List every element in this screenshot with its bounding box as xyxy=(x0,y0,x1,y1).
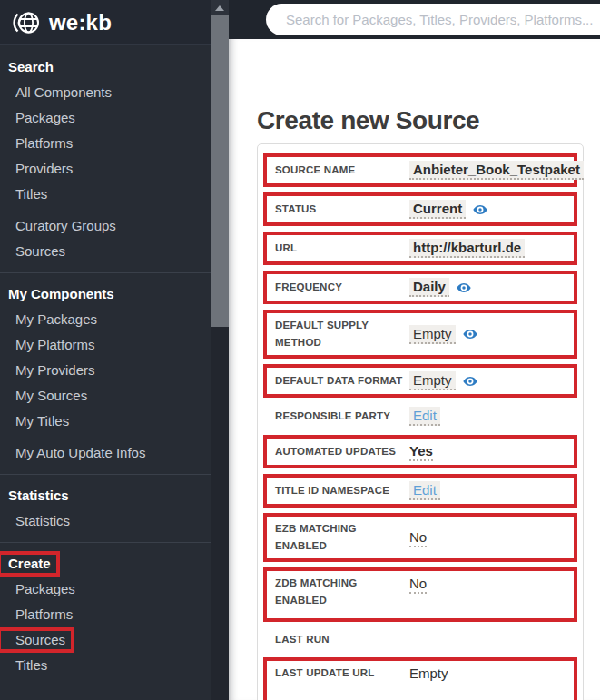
field-value-ezb-matching-enabled[interactable]: No xyxy=(409,528,427,547)
brand-logo-text: we:kb xyxy=(49,10,112,35)
sidebar-item-curatory-groups[interactable]: Curatory Groups xyxy=(0,213,211,239)
field-label: SOURCE NAME xyxy=(275,162,409,179)
annotation-box: Create xyxy=(0,554,57,574)
logo-row[interactable]: we:kb xyxy=(0,0,211,45)
search-input[interactable] xyxy=(284,11,600,28)
field-label: FREQUENCY xyxy=(275,279,409,296)
field-value-automated-updates[interactable]: Yes xyxy=(409,442,433,461)
field-value-frequency[interactable]: Daily xyxy=(409,278,449,297)
field-value: Yes xyxy=(409,442,566,461)
sidebar-item-statistics[interactable]: Statistics xyxy=(0,508,211,534)
form-row-frequency: FREQUENCYDaily xyxy=(263,271,577,304)
globe-logo-icon xyxy=(10,7,41,38)
sidebar-item-my-platforms[interactable]: My Platforms xyxy=(0,332,211,358)
form-row-default-supply-method: DEFAULT SUPPLY METHODEmpty xyxy=(263,310,577,359)
sidebar-item-providers[interactable]: Providers xyxy=(0,156,211,182)
chevron-up-icon xyxy=(215,5,224,11)
field-label: DEFAULT DATA FORMAT xyxy=(275,372,409,389)
form-row-title-id-namespace: TITLE ID NAMESPACEEdit xyxy=(263,474,577,508)
field-value-default-data-format[interactable]: Empty xyxy=(409,371,456,390)
form-row-ezb-matching-enabled: EZB MATCHING ENABLEDNo xyxy=(263,513,577,562)
sidebar-item-platforms[interactable]: Platforms xyxy=(0,602,211,627)
eye-icon[interactable] xyxy=(463,374,477,389)
sidebar-divider xyxy=(0,474,211,475)
field-value: Edit xyxy=(409,407,566,426)
sidebar-item-my-packages[interactable]: My Packages xyxy=(0,307,211,332)
field-label: RESPONSIBLE PARTY xyxy=(275,408,409,425)
app-window: we:kb SearchAll ComponentsPackagesPlatfo… xyxy=(0,0,600,700)
field-value-status[interactable]: Current xyxy=(409,200,466,219)
field-value-title-id-namespace[interactable]: Edit xyxy=(409,481,440,500)
sidebar-scrollbar[interactable] xyxy=(211,0,229,700)
sidebar-section-header-statistics: Statistics xyxy=(0,483,211,508)
field-label: LAST RUN xyxy=(275,631,409,648)
field-value-responsible-party[interactable]: Edit xyxy=(409,407,440,426)
sidebar: we:kb SearchAll ComponentsPackagesPlatfo… xyxy=(0,0,211,700)
field-value-url[interactable]: http://kbarturl.de xyxy=(409,239,525,258)
sidebar-section-header-create: Create xyxy=(0,551,211,577)
scrollbar-thumb[interactable] xyxy=(211,15,229,327)
field-value: Daily xyxy=(409,278,566,297)
sidebar-item-titles[interactable]: Titles xyxy=(0,653,211,678)
sidebar-section-header-search: Search xyxy=(0,54,211,80)
form-row-automated-updates: AUTOMATED UPDATESYes xyxy=(263,435,577,468)
field-value: http://kbarturl.de xyxy=(409,239,566,258)
form-row-last-run: LAST RUN xyxy=(263,627,577,652)
form-row-default-data-format: DEFAULT DATA FORMATEmpty xyxy=(263,364,577,398)
form-row-source-name: SOURCE NAMEAnbieter_Book_Testpaket xyxy=(263,153,577,187)
field-value: No xyxy=(409,575,566,594)
create-source-form-panel: SOURCE NAMEAnbieter_Book_TestpaketSTATUS… xyxy=(257,143,584,700)
sidebar-item-my-auto-update-infos[interactable]: My Auto Update Infos xyxy=(0,440,211,466)
sidebar-item-packages[interactable]: Packages xyxy=(0,577,211,602)
sidebar-item-packages[interactable]: Packages xyxy=(0,105,211,131)
annotation-box: Sources xyxy=(0,630,72,650)
sidebar-item-platforms[interactable]: Platforms xyxy=(0,131,211,156)
page-title: Create new Source xyxy=(257,106,479,135)
field-value: Anbieter_Book_Testpaket xyxy=(409,161,584,180)
field-value: Edit xyxy=(409,481,566,500)
eye-icon[interactable] xyxy=(457,281,471,295)
sidebar-nav: SearchAll ComponentsPackagesPlatformsPro… xyxy=(0,45,211,678)
field-label: LAST UPDATE URL xyxy=(275,665,409,682)
field-value-default-supply-method[interactable]: Empty xyxy=(409,325,456,344)
field-value-last-update-url: Empty xyxy=(409,665,448,682)
sidebar-item-sources[interactable]: Sources xyxy=(0,239,211,264)
field-label: TITLE ID NAMESPACE xyxy=(275,482,409,499)
field-label: URL xyxy=(275,240,409,257)
form-row-status: STATUSCurrent xyxy=(263,192,577,226)
sidebar-item-my-sources[interactable]: My Sources xyxy=(0,383,211,409)
sidebar-item-titles[interactable]: Titles xyxy=(0,182,211,207)
field-label: ZDB MATCHING ENABLED xyxy=(275,575,409,609)
sidebar-item-all-components[interactable]: All Components xyxy=(0,80,211,105)
field-value: Empty xyxy=(409,665,566,682)
field-value: No xyxy=(409,528,566,547)
sidebar-item-my-providers[interactable]: My Providers xyxy=(0,358,211,383)
field-value: Empty xyxy=(409,371,566,390)
field-value: Empty xyxy=(409,325,566,344)
field-value-source-name[interactable]: Anbieter_Book_Testpaket xyxy=(409,161,584,180)
field-label: EZB MATCHING ENABLED xyxy=(275,520,409,555)
form-row-url: URLhttp://kbarturl.de xyxy=(263,232,577,265)
eye-icon[interactable] xyxy=(473,202,487,217)
form-row-zdb-matching-enabled: ZDB MATCHING ENABLEDNo xyxy=(263,567,577,622)
form-row-responsible-party: RESPONSIBLE PARTYEdit xyxy=(263,403,577,429)
sidebar-item-my-titles[interactable]: My Titles xyxy=(0,409,211,434)
field-value-zdb-matching-enabled[interactable]: No xyxy=(409,575,427,594)
sidebar-item-sources[interactable]: Sources xyxy=(0,627,211,653)
main-content: Create new Source SOURCE NAMEAnbieter_Bo… xyxy=(229,39,600,700)
eye-icon[interactable] xyxy=(463,327,477,341)
sidebar-divider xyxy=(0,542,211,543)
form-rows: SOURCE NAMEAnbieter_Book_TestpaketSTATUS… xyxy=(263,153,577,700)
search-bar[interactable] xyxy=(266,4,600,35)
field-label: DEFAULT SUPPLY METHOD xyxy=(275,317,409,351)
field-label: AUTOMATED UPDATES xyxy=(275,443,409,460)
sidebar-divider xyxy=(0,272,211,273)
field-value: Current xyxy=(409,200,566,219)
sidebar-section-header-my-components: My Components xyxy=(0,281,211,307)
field-label: STATUS xyxy=(275,201,409,218)
form-row-last-update-url: LAST UPDATE URLEmpty xyxy=(263,657,577,700)
scrollbar-up-button[interactable] xyxy=(211,0,229,15)
topbar xyxy=(229,0,600,39)
